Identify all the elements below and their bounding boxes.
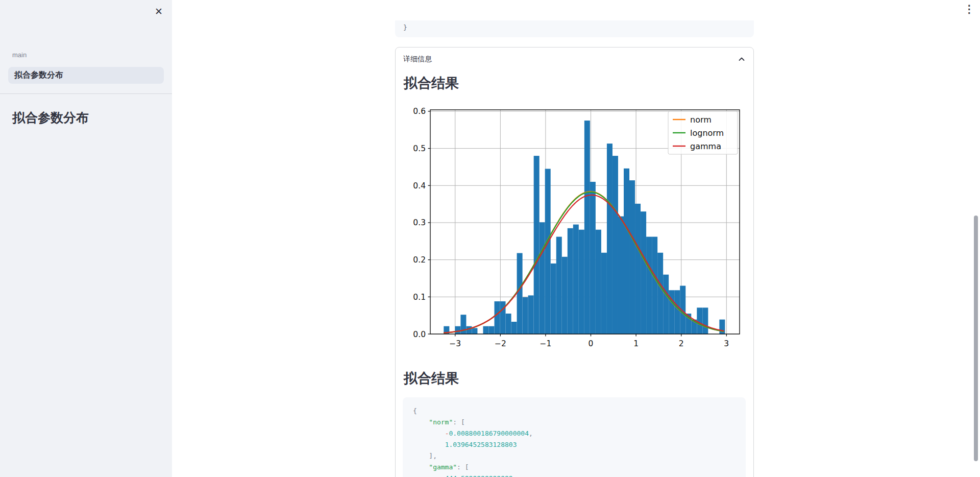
svg-text:0.0: 0.0 [413,330,426,339]
chevron-up-icon [738,55,746,63]
main-menu-button[interactable]: ⋮ [962,1,977,17]
close-icon: ✕ [155,6,163,17]
scrollbar-thumb[interactable] [974,216,978,461]
svg-text:−1: −1 [540,339,551,348]
svg-text:1: 1 [633,339,639,348]
expander-label: 详细信息 [403,55,432,64]
sidebar: ✕ main 拟合参数分布 拟合参数分布 [0,0,172,477]
sidebar-close-button[interactable]: ✕ [150,3,167,20]
main-header [172,0,980,20]
svg-text:0.6: 0.6 [413,107,426,116]
svg-text:lognorm: lognorm [690,128,724,138]
kebab-menu-icon: ⋮ [964,3,975,15]
svg-text:0.4: 0.4 [413,181,426,190]
svg-text:0.1: 0.1 [413,293,426,302]
sidebar-nav-item-label: 拟合参数分布 [8,70,63,81]
svg-text:gamma: gamma [690,141,721,151]
sidebar-divider [0,93,172,94]
code-fragment-block: } [395,20,754,37]
svg-text:0: 0 [589,339,594,348]
sidebar-title: 拟合参数分布 [12,109,89,126]
svg-text:−3: −3 [449,339,461,348]
svg-text:−2: −2 [495,339,506,348]
json-code-block: { "norm": [ -0.008800186790000004, 1.039… [403,397,746,477]
sidebar-nav-item-fit-param-distribution[interactable]: 拟合参数分布 [8,67,164,84]
section-title-fit-result-1: 拟合结果 [404,74,459,92]
sidebar-section-label: main [12,51,27,59]
histogram-plot: −3−2−101230.00.10.20.30.40.50.6normlogno… [399,92,751,358]
svg-text:0.2: 0.2 [413,255,426,265]
section-title-fit-result-2: 拟合结果 [404,369,459,388]
svg-text:norm: norm [690,115,712,125]
code-fragment-text: } [403,23,407,31]
svg-text:0.5: 0.5 [413,144,426,153]
expander-header[interactable]: 详细信息 [396,47,753,71]
svg-text:0.3: 0.3 [413,218,426,227]
fit-distribution-chart: −3−2−101230.00.10.20.30.40.50.6normlogno… [399,92,751,358]
expander-details: 详细信息 拟合结果 −3−2−101230.00.10.20.30.40.50.… [395,47,754,477]
svg-text:3: 3 [724,339,729,348]
svg-text:2: 2 [679,339,684,348]
app-window: ✕ main 拟合参数分布 拟合参数分布 ⋮ } 详细信息 拟合结果 −3−2−… [0,0,980,477]
